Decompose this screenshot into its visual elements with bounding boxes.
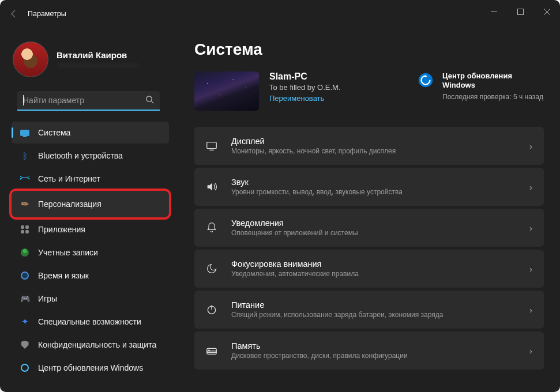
upd-icon (20, 363, 30, 373)
sidebar-item-gaming[interactable]: 🎮Игры (12, 288, 169, 310)
setting-power[interactable]: ПитаниеСпящий режим, использование заряд… (194, 291, 544, 329)
sidebar-item-label: Учетные записи (38, 248, 98, 257)
titlebar: Параметры (0, 0, 560, 28)
bt-icon: ᛒ (20, 150, 30, 161)
sidebar-item-apps[interactable]: Приложения (12, 218, 169, 240)
sidebar-item-label: Время и язык (38, 271, 89, 280)
setting-subtitle: Спящий режим, использование заряда батар… (231, 311, 517, 319)
sidebar-item-label: Специальные возможности (38, 317, 141, 326)
display-icon (205, 140, 219, 152)
game-icon: 🎮 (20, 293, 30, 304)
sidebar-item-bluetooth[interactable]: ᛒBluetooth и устройства (12, 145, 169, 167)
setting-title: Звук (231, 178, 517, 187)
minimize-button[interactable] (480, 0, 507, 23)
net-icon (20, 174, 30, 184)
setting-subtitle: Дисковое пространство, диски, правила ко… (231, 352, 517, 360)
sidebar-item-label: Центр обновления Windows (38, 363, 143, 372)
time-icon (20, 270, 30, 281)
chevron-right-icon: › (529, 305, 532, 315)
window-controls (480, 0, 560, 28)
svg-rect-1 (517, 9, 523, 14)
search-input-wrapper[interactable] (17, 91, 160, 111)
update-icon (417, 71, 434, 89)
sidebar-item-network[interactable]: Сеть и Интернет (12, 168, 169, 190)
setting-subtitle: Уведомления, автоматические правила (231, 270, 517, 278)
sidebar-item-time[interactable]: Время и язык (12, 265, 169, 287)
system-icon (20, 127, 30, 138)
sidebar-item-label: Персонализация (38, 199, 102, 209)
power-icon (205, 304, 219, 315)
pc-card[interactable]: Slam-PC To be filled by O.E.M. Переимено… (194, 71, 405, 111)
access-icon: ✦ (20, 316, 30, 327)
moon-icon (205, 263, 219, 274)
back-button[interactable] (2, 2, 25, 25)
sidebar-item-label: Система (38, 128, 70, 137)
chevron-right-icon: › (529, 346, 532, 356)
acct-icon (20, 247, 30, 258)
setting-sound[interactable]: ЗвукУровни громкости, вывод, ввод, звуко… (194, 168, 544, 206)
page-heading: Система (194, 40, 544, 59)
setting-subtitle: Мониторы, яркость, ночной свет, профиль … (231, 147, 517, 155)
setting-storage[interactable]: ПамятьДисковое пространство, диски, прав… (194, 331, 544, 370)
search-input[interactable] (23, 96, 145, 105)
setting-focus[interactable]: Фокусировка вниманияУведомления, автомат… (194, 250, 544, 288)
settings-window: Параметры Виталий Каиров ———————————— (0, 0, 560, 392)
chevron-right-icon: › (529, 141, 532, 151)
user-name: Виталий Каиров (57, 50, 140, 60)
svg-point-4 (146, 96, 152, 101)
sidebar-item-update[interactable]: Центр обновления Windows (12, 357, 169, 379)
setting-subtitle: Уровни громкости, вывод, ввод, звуковые … (231, 188, 517, 196)
update-subtitle: Последняя проверка: 5 ч назад (442, 93, 544, 101)
sidebar-item-system[interactable]: Система (12, 122, 169, 144)
sidebar-item-label: Игры (38, 294, 57, 303)
rename-link[interactable]: Переименовать (269, 94, 324, 103)
close-button[interactable] (533, 0, 560, 23)
avatar (13, 42, 48, 77)
desktop-preview (194, 71, 259, 111)
caret (23, 95, 24, 105)
pers-icon: ✎ (20, 199, 30, 209)
setting-subtitle: Оповещения от приложений и системы (231, 229, 517, 237)
bell-icon (205, 222, 219, 233)
priv-icon (20, 340, 30, 350)
svg-rect-7 (207, 142, 217, 149)
pc-oem: To be filled by O.E.M. (269, 83, 341, 92)
sidebar-item-label: Приложения (38, 225, 85, 234)
setting-title: Питание (231, 300, 517, 310)
sidebar-item-access[interactable]: ✦Специальные возможности (12, 311, 169, 333)
chevron-right-icon: › (529, 182, 532, 192)
user-email: ———————————— (57, 61, 140, 69)
user-block[interactable]: Виталий Каиров ———————————— (0, 35, 172, 85)
apps-icon (20, 224, 30, 235)
nav-list: СистемаᛒBluetooth и устройстваСеть и Инт… (0, 121, 172, 379)
windows-update-card[interactable]: Центр обновления Windows Последняя прове… (417, 71, 544, 101)
svg-line-5 (151, 101, 153, 103)
setting-title: Память (231, 341, 517, 350)
sidebar-item-personal[interactable]: ✎Персонализация (12, 191, 169, 217)
window-title: Параметры (28, 10, 66, 18)
setting-title: Фокусировка внимания (231, 259, 517, 269)
sound-icon (205, 180, 219, 193)
top-row: Slam-PC To be filled by O.E.M. Переимено… (194, 71, 544, 111)
setting-title: Дисплей (231, 137, 517, 146)
maximize-button[interactable] (507, 0, 533, 23)
sidebar-item-accounts[interactable]: Учетные записи (12, 242, 169, 263)
settings-list: ДисплейМониторы, яркость, ночной свет, п… (194, 127, 544, 370)
drive-icon (205, 344, 219, 357)
pc-name: Slam-PC (269, 71, 341, 82)
sidebar-item-privacy[interactable]: Конфиденциальность и защита (12, 334, 169, 356)
search-icon (145, 95, 154, 105)
update-title: Центр обновления Windows (442, 71, 544, 91)
setting-title: Уведомления (231, 218, 517, 228)
setting-notif[interactable]: УведомленияОповещения от приложений и си… (194, 209, 544, 247)
sidebar-item-label: Bluetooth и устройства (38, 151, 123, 160)
chevron-right-icon: › (529, 264, 532, 274)
sidebar: Виталий Каиров ———————————— СистемаᛒBlue… (0, 28, 176, 392)
main-pane: Система Slam-PC To be filled by O.E.M. П… (176, 28, 560, 392)
sidebar-item-label: Конфиденциальность и защита (38, 340, 156, 349)
setting-display[interactable]: ДисплейМониторы, яркость, ночной свет, п… (194, 127, 544, 165)
chevron-right-icon: › (529, 223, 532, 233)
sidebar-item-label: Сеть и Интернет (38, 174, 100, 183)
